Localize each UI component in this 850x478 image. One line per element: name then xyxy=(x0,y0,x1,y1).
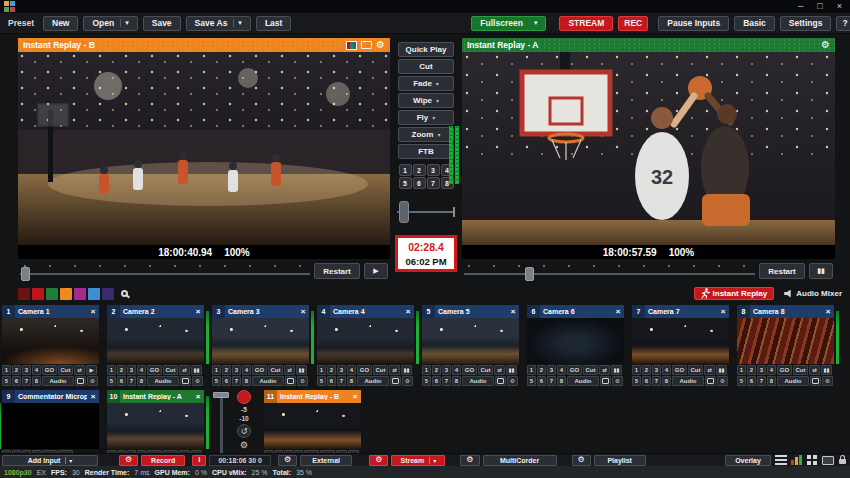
shortcut-5-button[interactable]: 5 xyxy=(107,376,116,386)
record-button[interactable]: Record xyxy=(141,455,185,466)
input-titlebar[interactable]: 8 Camera 8 × xyxy=(737,305,834,318)
close-icon[interactable]: × xyxy=(822,307,834,316)
chevron-down-icon[interactable]: ▾ xyxy=(233,19,242,27)
close-icon[interactable]: × xyxy=(717,307,729,316)
input-titlebar[interactable]: 11 Instant Replay - B × xyxy=(264,390,361,403)
shortcut-2-button[interactable]: 2 xyxy=(222,365,231,375)
transition-icon[interactable]: ⇄ xyxy=(179,365,190,375)
go-button[interactable]: GO xyxy=(147,365,162,375)
shortcut-7-button[interactable]: 7 xyxy=(127,376,136,386)
chevron-down-icon[interactable]: ▾ xyxy=(429,457,436,464)
preview-b-track[interactable] xyxy=(20,263,310,279)
close-icon[interactable]: × xyxy=(612,307,624,316)
shortcut-3-button[interactable]: 3 xyxy=(127,365,136,375)
playlist-button[interactable]: Playlist xyxy=(594,455,646,466)
play-pause-icon[interactable]: ▮▮ xyxy=(401,365,412,375)
chevron-down-icon[interactable]: ▾ xyxy=(437,131,440,138)
multicorder-button[interactable]: MultiCorder xyxy=(483,455,557,466)
shortcut-8-button[interactable]: 8 xyxy=(32,376,41,386)
input-thumbnail[interactable] xyxy=(2,403,99,449)
chevron-down-icon[interactable]: ▾ xyxy=(120,19,129,27)
shortcut-6-button[interactable]: 6 xyxy=(12,376,21,386)
cut-button[interactable]: Cut xyxy=(793,365,808,375)
zoom-button[interactable]: Zoom▾ xyxy=(398,127,454,142)
shortcut-2-button[interactable]: 2 xyxy=(747,365,756,375)
go-button[interactable]: GO xyxy=(672,365,687,375)
category-swatch[interactable] xyxy=(60,288,72,300)
shortcut-4-button[interactable]: 4 xyxy=(347,365,356,375)
gear-icon[interactable]: ⚙ xyxy=(402,376,413,386)
input-thumbnail[interactable] xyxy=(107,318,204,364)
shortcut-3-button[interactable]: 3 xyxy=(757,365,766,375)
mixer-reset-button[interactable]: ↺ xyxy=(237,424,251,438)
input-thumbnail[interactable] xyxy=(422,318,519,364)
shortcut-1-button[interactable]: 1 xyxy=(107,365,116,375)
input-titlebar[interactable]: 9 Commentator Microphone × xyxy=(2,390,99,403)
input-titlebar[interactable]: 4 Camera 4 × xyxy=(317,305,414,318)
shortcut-3-button[interactable]: 3 xyxy=(442,365,451,375)
preview-a-restart-button[interactable]: Restart xyxy=(759,263,805,279)
gear-icon[interactable]: ⚙ xyxy=(612,376,623,386)
shortcut-6-button[interactable]: 6 xyxy=(432,376,441,386)
go-button[interactable]: GO xyxy=(42,365,57,375)
audio-mixer-toggle[interactable]: Audio Mixer xyxy=(784,289,842,298)
go-button[interactable]: GO xyxy=(567,365,582,375)
new-button[interactable]: New xyxy=(43,16,78,31)
shortcut-4-button[interactable]: 4 xyxy=(767,365,776,375)
input-thumbnail[interactable] xyxy=(527,318,624,364)
input-thumbnail[interactable] xyxy=(107,403,204,449)
cut-button[interactable]: Cut xyxy=(58,365,73,375)
shortcut-2-button[interactable]: 2 xyxy=(432,365,441,375)
fade-button[interactable]: Fade▾ xyxy=(398,76,454,91)
shortcut-2-button[interactable]: 2 xyxy=(117,365,126,375)
shortcut-6-button[interactable]: 6 xyxy=(327,376,336,386)
transition-icon[interactable]: ⇄ xyxy=(389,365,400,375)
shortcut-2-button[interactable]: 2 xyxy=(327,365,336,375)
close-button[interactable]: × xyxy=(837,1,842,12)
monitor-icon[interactable] xyxy=(810,376,821,386)
rec-indicator-button[interactable]: REC xyxy=(618,16,648,31)
pause-inputs-button[interactable]: Pause Inputs xyxy=(658,16,729,31)
input-thumbnail[interactable] xyxy=(212,318,309,364)
overlay-7-button[interactable]: 7 xyxy=(427,177,440,189)
transition-icon[interactable]: ⇄ xyxy=(704,365,715,375)
close-icon[interactable]: × xyxy=(192,307,204,316)
close-icon[interactable]: × xyxy=(507,307,519,316)
shortcut-7-button[interactable]: 7 xyxy=(547,376,556,386)
fly-button[interactable]: Fly▾ xyxy=(398,110,454,125)
minimize-button[interactable]: – xyxy=(798,1,803,12)
overlay-3-button[interactable]: 3 xyxy=(427,164,440,176)
shortcut-7-button[interactable]: 7 xyxy=(757,376,766,386)
shortcut-3-button[interactable]: 3 xyxy=(547,365,556,375)
add-input-button[interactable]: Add Input▾ xyxy=(2,455,98,466)
overlay-5-button[interactable]: 5 xyxy=(399,177,412,189)
shortcut-4-button[interactable]: 4 xyxy=(242,365,251,375)
monitor-icon[interactable] xyxy=(495,376,506,386)
shortcut-7-button[interactable]: 7 xyxy=(337,376,346,386)
chevron-down-icon[interactable]: ▾ xyxy=(65,457,72,464)
gear-icon[interactable]: ⚙ xyxy=(192,376,203,386)
audio-toggle-button[interactable]: Audio xyxy=(147,376,179,386)
transition-icon[interactable]: ⇄ xyxy=(809,365,820,375)
play-pause-icon[interactable]: ▮▮ xyxy=(296,365,307,375)
wipe-button[interactable]: Wipe▾ xyxy=(398,93,454,108)
shortcut-6-button[interactable]: 6 xyxy=(747,376,756,386)
last-button[interactable]: Last xyxy=(256,16,291,31)
shortcut-5-button[interactable]: 5 xyxy=(212,376,221,386)
shortcut-1-button[interactable]: 1 xyxy=(317,365,326,375)
search-icon[interactable] xyxy=(121,290,128,297)
monitor-icon[interactable] xyxy=(75,376,86,386)
monitor-icon[interactable] xyxy=(600,376,611,386)
close-icon[interactable]: × xyxy=(192,392,204,401)
preview-a-seek-handle[interactable] xyxy=(525,267,534,281)
external-button[interactable]: External xyxy=(300,455,352,466)
preview-a-pause-button[interactable]: ▮▮ xyxy=(809,263,833,279)
play-pause-icon[interactable]: ▮▮ xyxy=(506,365,517,375)
input-cell[interactable]: 8 Camera 8 × 1 2 3 4 GO Cut ⇄ ▮▮ 5 6 xyxy=(737,305,834,386)
play-pause-icon[interactable]: ▶ xyxy=(86,365,97,375)
settings-button[interactable]: Settings xyxy=(780,16,832,31)
cut-button[interactable]: Cut xyxy=(478,365,493,375)
shortcut-5-button[interactable]: 5 xyxy=(737,376,746,386)
shortcut-5-button[interactable]: 5 xyxy=(2,376,11,386)
shortcut-4-button[interactable]: 4 xyxy=(557,365,566,375)
